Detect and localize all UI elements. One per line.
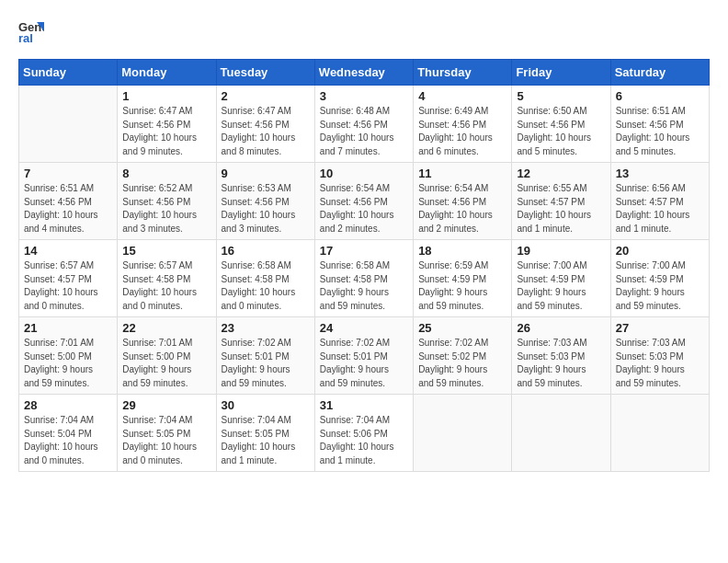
- day-number: 17: [320, 244, 408, 258]
- day-number: 27: [616, 321, 704, 335]
- calendar-cell: 5Sunrise: 6:50 AM Sunset: 4:56 PM Daylig…: [512, 86, 610, 163]
- calendar-cell: 2Sunrise: 6:47 AM Sunset: 4:56 PM Daylig…: [216, 86, 314, 163]
- calendar-cell: 11Sunrise: 6:54 AM Sunset: 4:56 PM Dayli…: [414, 163, 512, 240]
- day-info: Sunrise: 7:01 AM Sunset: 5:00 PM Dayligh…: [24, 337, 112, 390]
- calendar-cell: 27Sunrise: 7:03 AM Sunset: 5:03 PM Dayli…: [610, 317, 709, 395]
- calendar-cell: [19, 86, 118, 163]
- day-number: 15: [122, 244, 210, 258]
- calendar-cell: 18Sunrise: 6:59 AM Sunset: 4:59 PM Dayli…: [414, 240, 512, 317]
- calendar-cell: 12Sunrise: 6:55 AM Sunset: 4:57 PM Dayli…: [512, 163, 610, 240]
- calendar-cell: 16Sunrise: 6:58 AM Sunset: 4:58 PM Dayli…: [216, 240, 314, 317]
- calendar-cell: 10Sunrise: 6:54 AM Sunset: 4:56 PM Dayli…: [314, 163, 413, 240]
- day-info: Sunrise: 7:02 AM Sunset: 5:01 PM Dayligh…: [320, 337, 408, 390]
- day-number: 5: [517, 89, 605, 103]
- day-number: 25: [418, 321, 506, 335]
- day-info: Sunrise: 7:04 AM Sunset: 5:06 PM Dayligh…: [320, 414, 408, 467]
- day-number: 21: [24, 321, 112, 335]
- day-header: Monday: [118, 60, 216, 86]
- day-header: Sunday: [19, 60, 118, 86]
- day-number: 10: [320, 167, 408, 180]
- day-info: Sunrise: 6:58 AM Sunset: 4:58 PM Dayligh…: [222, 259, 310, 313]
- day-info: Sunrise: 7:04 AM Sunset: 5:04 PM Dayligh…: [24, 414, 112, 467]
- day-number: 30: [222, 398, 310, 412]
- day-number: 22: [122, 321, 210, 335]
- day-number: 28: [24, 398, 112, 412]
- day-info: Sunrise: 6:57 AM Sunset: 4:58 PM Dayligh…: [122, 259, 210, 313]
- calendar-cell: 15Sunrise: 6:57 AM Sunset: 4:58 PM Dayli…: [118, 240, 216, 317]
- svg-text:ral: ral: [18, 31, 33, 44]
- day-info: Sunrise: 7:00 AM Sunset: 4:59 PM Dayligh…: [616, 259, 704, 313]
- calendar-cell: 20Sunrise: 7:00 AM Sunset: 4:59 PM Dayli…: [610, 240, 709, 317]
- day-info: Sunrise: 6:49 AM Sunset: 4:56 PM Dayligh…: [418, 105, 506, 158]
- day-number: 18: [418, 244, 506, 258]
- day-number: 12: [517, 167, 605, 180]
- calendar-cell: 13Sunrise: 6:56 AM Sunset: 4:57 PM Dayli…: [610, 163, 709, 240]
- calendar-cell: 21Sunrise: 7:01 AM Sunset: 5:00 PM Dayli…: [19, 317, 118, 395]
- calendar-week-row: 14Sunrise: 6:57 AM Sunset: 4:57 PM Dayli…: [19, 240, 710, 317]
- day-header: Friday: [512, 60, 610, 86]
- calendar-cell: 28Sunrise: 7:04 AM Sunset: 5:04 PM Dayli…: [19, 395, 118, 472]
- logo-icon: Gene ral: [18, 18, 44, 44]
- day-info: Sunrise: 6:47 AM Sunset: 4:56 PM Dayligh…: [122, 105, 210, 158]
- day-info: Sunrise: 6:53 AM Sunset: 4:56 PM Dayligh…: [222, 182, 310, 236]
- day-number: 7: [24, 167, 112, 180]
- calendar-cell: 25Sunrise: 7:02 AM Sunset: 5:02 PM Dayli…: [414, 317, 512, 395]
- calendar-cell: 24Sunrise: 7:02 AM Sunset: 5:01 PM Dayli…: [314, 317, 413, 395]
- day-number: 13: [616, 167, 704, 180]
- calendar-header-row: SundayMondayTuesdayWednesdayThursdayFrid…: [19, 60, 710, 86]
- day-header: Thursday: [414, 60, 512, 86]
- day-number: 8: [122, 167, 210, 180]
- day-number: 3: [320, 89, 408, 103]
- calendar-cell: [610, 395, 709, 472]
- calendar-cell: 7Sunrise: 6:51 AM Sunset: 4:56 PM Daylig…: [19, 163, 118, 240]
- calendar-cell: 8Sunrise: 6:52 AM Sunset: 4:56 PM Daylig…: [118, 163, 216, 240]
- day-header: Saturday: [610, 60, 709, 86]
- calendar-cell: 26Sunrise: 7:03 AM Sunset: 5:03 PM Dayli…: [512, 317, 610, 395]
- day-info: Sunrise: 6:47 AM Sunset: 4:56 PM Dayligh…: [222, 105, 310, 158]
- day-number: 4: [418, 89, 506, 103]
- calendar-cell: 1Sunrise: 6:47 AM Sunset: 4:56 PM Daylig…: [118, 86, 216, 163]
- day-info: Sunrise: 7:01 AM Sunset: 5:00 PM Dayligh…: [122, 337, 210, 390]
- calendar-cell: 22Sunrise: 7:01 AM Sunset: 5:00 PM Dayli…: [118, 317, 216, 395]
- day-info: Sunrise: 6:55 AM Sunset: 4:57 PM Dayligh…: [517, 182, 605, 236]
- day-number: 1: [122, 89, 210, 103]
- day-info: Sunrise: 7:04 AM Sunset: 5:05 PM Dayligh…: [122, 414, 210, 467]
- calendar-table: SundayMondayTuesdayWednesdayThursdayFrid…: [18, 59, 710, 472]
- day-info: Sunrise: 7:03 AM Sunset: 5:03 PM Dayligh…: [517, 337, 605, 390]
- calendar-week-row: 1Sunrise: 6:47 AM Sunset: 4:56 PM Daylig…: [19, 86, 710, 163]
- day-number: 31: [320, 398, 408, 412]
- day-number: 29: [122, 398, 210, 412]
- day-number: 23: [222, 321, 310, 335]
- day-info: Sunrise: 7:00 AM Sunset: 4:59 PM Dayligh…: [517, 259, 605, 313]
- calendar-cell: 14Sunrise: 6:57 AM Sunset: 4:57 PM Dayli…: [19, 240, 118, 317]
- day-number: 16: [222, 244, 310, 258]
- calendar-cell: 4Sunrise: 6:49 AM Sunset: 4:56 PM Daylig…: [414, 86, 512, 163]
- calendar-cell: 3Sunrise: 6:48 AM Sunset: 4:56 PM Daylig…: [314, 86, 413, 163]
- day-info: Sunrise: 6:59 AM Sunset: 4:59 PM Dayligh…: [418, 259, 506, 313]
- calendar-cell: 29Sunrise: 7:04 AM Sunset: 5:05 PM Dayli…: [118, 395, 216, 472]
- calendar-cell: [512, 395, 610, 472]
- day-number: 24: [320, 321, 408, 335]
- calendar-cell: 23Sunrise: 7:02 AM Sunset: 5:01 PM Dayli…: [216, 317, 314, 395]
- calendar-week-row: 21Sunrise: 7:01 AM Sunset: 5:00 PM Dayli…: [19, 317, 710, 395]
- day-number: 6: [616, 89, 704, 103]
- day-number: 11: [418, 167, 506, 180]
- day-info: Sunrise: 6:51 AM Sunset: 4:56 PM Dayligh…: [616, 105, 704, 158]
- day-number: 19: [517, 244, 605, 258]
- day-info: Sunrise: 6:51 AM Sunset: 4:56 PM Dayligh…: [24, 182, 112, 236]
- calendar-cell: 30Sunrise: 7:04 AM Sunset: 5:05 PM Dayli…: [216, 395, 314, 472]
- day-info: Sunrise: 6:50 AM Sunset: 4:56 PM Dayligh…: [517, 105, 605, 158]
- calendar-cell: 17Sunrise: 6:58 AM Sunset: 4:58 PM Dayli…: [314, 240, 413, 317]
- day-number: 14: [24, 244, 112, 258]
- day-info: Sunrise: 6:57 AM Sunset: 4:57 PM Dayligh…: [24, 259, 112, 313]
- day-info: Sunrise: 6:54 AM Sunset: 4:56 PM Dayligh…: [418, 182, 506, 236]
- calendar-week-row: 7Sunrise: 6:51 AM Sunset: 4:56 PM Daylig…: [19, 163, 710, 240]
- day-number: 9: [222, 167, 310, 180]
- day-number: 26: [517, 321, 605, 335]
- day-info: Sunrise: 7:02 AM Sunset: 5:02 PM Dayligh…: [418, 337, 506, 390]
- day-number: 20: [616, 244, 704, 258]
- logo: Gene ral: [18, 18, 48, 44]
- day-info: Sunrise: 6:54 AM Sunset: 4:56 PM Dayligh…: [320, 182, 408, 236]
- day-info: Sunrise: 7:04 AM Sunset: 5:05 PM Dayligh…: [222, 414, 310, 467]
- calendar-cell: 31Sunrise: 7:04 AM Sunset: 5:06 PM Dayli…: [314, 395, 413, 472]
